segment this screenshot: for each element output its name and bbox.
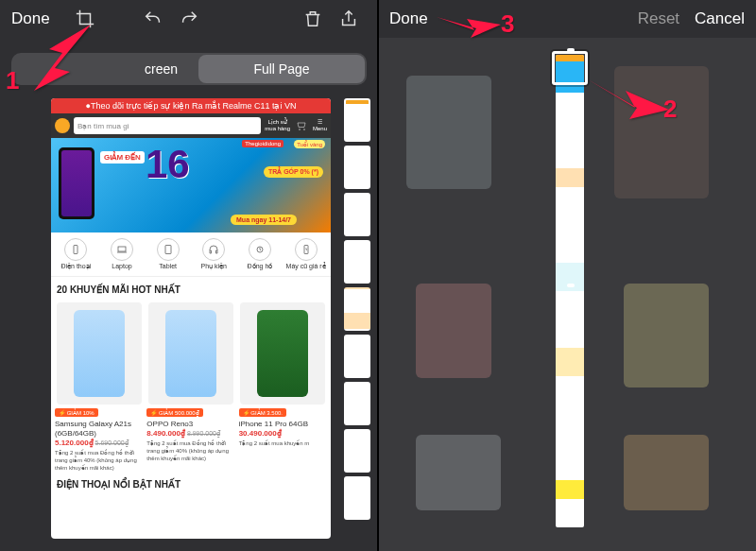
- product-note: Tặng 2 suất mua khuyến m: [239, 439, 327, 447]
- product-old-price: 5.690.000₫: [95, 439, 129, 446]
- search-input[interactable]: Bạn tìm mua gì: [74, 117, 261, 134]
- featured-phones-heading: ĐIỆN THOẠI NỔI BẬT NHẤT: [51, 472, 331, 497]
- page-thumb[interactable]: [344, 193, 370, 236]
- product-note: Tặng 2 suất mua Đồng hồ thời trang giảm …: [55, 449, 143, 472]
- trash-icon[interactable]: [302, 9, 323, 29]
- product-old-price: 8.990.000₫: [187, 430, 220, 437]
- svg-marker-6: [588, 79, 669, 119]
- product-name: OPPO Reno3: [146, 420, 234, 429]
- banner-installment-tag: TRẢ GÓP 0% (*): [264, 166, 323, 178]
- product-image: [148, 302, 233, 405]
- page-thumb[interactable]: [344, 240, 370, 284]
- discount-badge: ⚡ GIẢM 3.500.: [239, 408, 286, 417]
- crop-handle-top[interactable]: [567, 48, 575, 52]
- crop-editor-right: Done Reset Cancel: [378, 0, 756, 551]
- product-price: 5.120.000₫: [55, 439, 94, 447]
- page-thumb[interactable]: [344, 287, 370, 331]
- share-icon[interactable]: [338, 9, 359, 29]
- product-price: 8.490.000₫: [146, 429, 185, 438]
- hot-promotions-heading: 20 KHUYẾN MÃI HOT NHẤT: [51, 277, 331, 302]
- product-row: mừng SINH NHẬT GIẢM SỐC ⚡ GIẢM 10% Samsu…: [51, 302, 331, 472]
- category-row: Điện thoại Laptop Tablet Phụ kiện Đồng h…: [51, 232, 331, 277]
- annotation-arrow-3: [433, 8, 508, 49]
- product-card[interactable]: mừng SINH NHẬT GIẢM SỐC ⚡ GIẢM 500.000₫ …: [146, 302, 234, 472]
- cat-tablet[interactable]: Tablet: [147, 238, 189, 270]
- fullpage-strip[interactable]: [556, 55, 584, 527]
- phone-icon: [64, 238, 87, 261]
- svg-marker-5: [34, 25, 91, 91]
- annotation-arrow-1: [17, 19, 112, 98]
- cancel-button[interactable]: Cancel: [695, 9, 745, 28]
- page-thumb[interactable]: [344, 335, 370, 378]
- headphone-icon: [202, 238, 225, 261]
- svg-rect-1: [118, 247, 126, 251]
- cat-used[interactable]: Máy cũ giá rẻ: [285, 238, 327, 270]
- discount-badge: ⚡ GIẢM 500.000₫: [146, 408, 202, 417]
- banner-big-number: 16: [146, 142, 190, 187]
- product-image: [240, 302, 325, 405]
- watch-icon: [249, 238, 271, 261]
- svg-rect-2: [165, 246, 171, 254]
- annotation-label-1: 1: [6, 66, 19, 95]
- annotation-label-3: 3: [501, 9, 514, 39]
- page-thumbnail-rail[interactable]: [344, 98, 370, 539]
- annotation-arrow-2: [582, 68, 677, 138]
- fullpage-preview[interactable]: ● Theo dõi trực tiếp sự kiện Ra mắt Real…: [51, 98, 331, 539]
- laptop-icon: [111, 238, 133, 261]
- banner-buy-now[interactable]: Mua ngay 11-14/7: [231, 215, 297, 225]
- discount-badge: ⚡ GIẢM 10%: [55, 408, 98, 417]
- annotation-label-2: 2: [663, 95, 677, 124]
- banner-tgdd-tag: Thegioididong: [242, 140, 284, 147]
- svg-rect-0: [74, 246, 77, 254]
- page-thumb[interactable]: [344, 476, 370, 520]
- product-image: [57, 302, 142, 405]
- page-thumb[interactable]: [344, 146, 370, 189]
- product-name: Samsung Galaxy A21s (6GB/64GB): [55, 420, 143, 439]
- cat-phone[interactable]: Điện thoại: [55, 238, 96, 270]
- menu-button[interactable]: ☰Menu: [313, 119, 327, 132]
- cat-laptop[interactable]: Laptop: [101, 238, 143, 270]
- site-header: Bạn tìm mua gì Lịch sử mua hàng ☰Menu: [51, 113, 331, 138]
- page-thumb[interactable]: [344, 382, 370, 425]
- product-card[interactable]: mừng SINH NHẬT GIẢM SỐC ⚡ GIẢM 10% Samsu…: [55, 302, 143, 472]
- redo-icon[interactable]: [179, 9, 199, 29]
- product-note: Tặng 2 suất mua Đồng hồ thời trang giảm …: [146, 439, 234, 462]
- banner-discount-chip: GIẢM ĐẾN: [100, 151, 145, 164]
- cat-accessory[interactable]: Phụ kiện: [193, 238, 234, 270]
- reset-button[interactable]: Reset: [638, 9, 679, 28]
- product-name: iPhone 11 Pro 64GB: [239, 420, 327, 429]
- order-history-link[interactable]: Lịch sử mua hàng: [265, 119, 290, 132]
- cat-watch[interactable]: Đồng hồ: [239, 238, 281, 270]
- frame-divider: [377, 0, 379, 551]
- done-button[interactable]: Done: [389, 9, 428, 28]
- promo-banner[interactable]: GIẢM ĐẾN Thegioididong Tuổi vàng 16 TRẢ …: [51, 138, 331, 232]
- site-logo-icon: [55, 118, 70, 133]
- product-card[interactable]: mừng SINH NHẬT GIẢM SỐC ⚡ GIẢM 3.500. iP…: [239, 302, 327, 472]
- refurb-icon: [295, 238, 318, 261]
- svg-marker-7: [437, 17, 501, 38]
- banner-gold-tag: Tuổi vàng: [294, 140, 325, 148]
- tab-fullpage[interactable]: Full Page: [198, 55, 365, 83]
- crop-handle-mid[interactable]: [567, 284, 575, 287]
- undo-icon[interactable]: [143, 9, 163, 29]
- notice-bar: ● Theo dõi trực tiếp sự kiện Ra mắt Real…: [51, 98, 331, 113]
- page-thumb[interactable]: [344, 429, 370, 473]
- banner-phone-image: [59, 147, 94, 219]
- tablet-icon: [157, 238, 180, 261]
- cart-icon[interactable]: [294, 118, 309, 133]
- page-thumb[interactable]: [344, 98, 370, 142]
- product-price: 30.490.000₫: [239, 429, 282, 438]
